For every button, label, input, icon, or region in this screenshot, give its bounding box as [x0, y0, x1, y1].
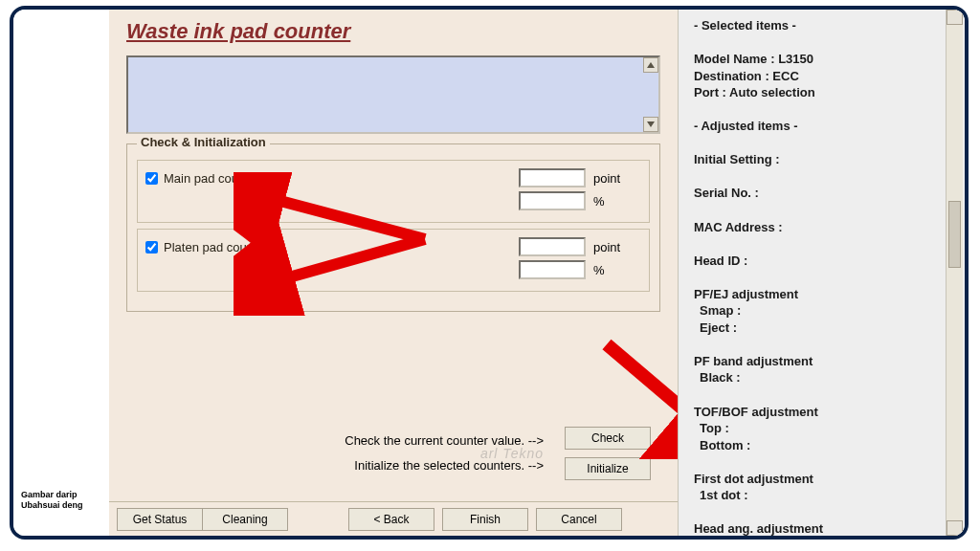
model-label: Model Name : — [694, 52, 775, 66]
finish-button[interactable]: Finish — [442, 508, 528, 531]
hint-text: Check the current counter value. --> Ini… — [345, 429, 544, 478]
get-status-button[interactable]: Get Status — [117, 508, 203, 531]
port-label: Port : — [694, 85, 726, 99]
display-scroll-up[interactable] — [643, 57, 658, 73]
init-hint: Initialize the selected counters. --> — [345, 453, 544, 478]
main-pad-checkbox[interactable] — [145, 172, 158, 185]
cancel-button[interactable]: Cancel — [536, 508, 622, 531]
black: Black : — [700, 369, 949, 386]
cleaning-button[interactable]: Cleaning — [202, 508, 288, 531]
main-pad-block: Main pad counter point % — [137, 160, 650, 223]
head-ang-adjustment: Head ang. adjustment — [694, 520, 949, 536]
top: Top : — [700, 420, 949, 437]
scroll-thumb[interactable] — [948, 201, 961, 268]
bottom: Bottom : — [700, 437, 949, 454]
initial-setting: Initial Setting : — [694, 151, 949, 168]
smap: Smap : — [700, 302, 949, 320]
page-title: Waste ink pad counter — [109, 10, 678, 48]
main-pad-percent-input[interactable] — [519, 191, 586, 210]
model-value: L3150 — [778, 52, 813, 66]
scroll-up-icon[interactable] — [947, 10, 963, 25]
left-clipped-area: Gambar darip Ubahsuai deng — [13, 10, 109, 536]
eject: Eject : — [700, 320, 949, 337]
first-dot-1: 1st dot : — [700, 487, 949, 504]
display-scroll-down[interactable] — [643, 117, 658, 132]
port-value: Auto selection — [729, 85, 815, 99]
caption-line: Ubahsuai deng — [21, 500, 83, 511]
main-panel: Waste ink pad counter Check & Initializa… — [109, 10, 678, 536]
side-panel: - Selected items - Model Name : L3150 De… — [678, 10, 965, 536]
mac-address: MAC Address : — [694, 219, 949, 236]
unit-point: point — [593, 240, 641, 254]
platen-pad-checkbox[interactable] — [145, 241, 158, 253]
pfej-adjustment: PF/EJ adjustment — [694, 286, 949, 303]
scroll-down-icon[interactable] — [947, 520, 963, 536]
destination-label: Destination : — [694, 69, 769, 83]
back-button[interactable]: < Back — [348, 508, 434, 531]
initialize-button[interactable]: Initialize — [565, 457, 651, 480]
bottom-toolbar: Get Status Cleaning < Back Finish Cancel — [109, 501, 678, 536]
platen-pad-block: Platen pad counter point % — [137, 229, 650, 292]
check-hint: Check the current counter value. --> — [345, 429, 544, 453]
selected-items-header: - Selected items - — [694, 17, 949, 34]
check-init-group: Check & Initialization Main pad counter … — [126, 143, 660, 312]
pf-band-adjustment: PF band adjustment — [694, 353, 949, 370]
caption-line: Gambar darip — [21, 490, 83, 500]
unit-point: point — [593, 171, 641, 186]
serial-no: Serial No. : — [694, 185, 949, 202]
platen-pad-percent-input[interactable] — [519, 260, 586, 279]
destination-value: ECC — [772, 69, 798, 83]
platen-pad-label: Platen pad counter — [164, 240, 268, 254]
tof-bof-adjustment: TOF/BOF adjustment — [694, 404, 949, 421]
first-dot-adjustment: First dot adjustment — [694, 471, 949, 488]
side-scrollbar[interactable] — [946, 10, 963, 536]
app-frame: Gambar darip Ubahsuai deng Waste ink pad… — [10, 6, 969, 540]
check-button[interactable]: Check — [565, 427, 651, 450]
main-pad-point-input[interactable] — [519, 168, 586, 187]
head-id: Head ID : — [694, 253, 949, 270]
unit-percent: % — [593, 263, 641, 277]
group-legend: Check & Initialization — [137, 135, 270, 149]
output-display — [126, 55, 660, 134]
platen-pad-point-input[interactable] — [519, 237, 586, 256]
adjusted-items-header: - Adjusted items - — [694, 118, 949, 135]
unit-percent: % — [593, 194, 641, 209]
main-pad-label: Main pad counter — [164, 171, 259, 186]
